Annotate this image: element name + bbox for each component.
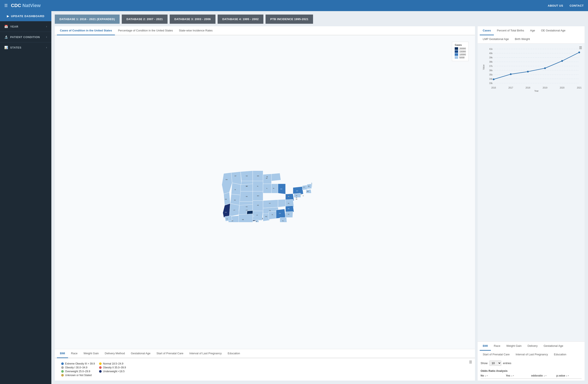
- tab-cases-us[interactable]: Cases of Condition in the United States: [57, 26, 115, 35]
- bmi-dot-extreme-obesity: [61, 363, 64, 365]
- bmi-legend-extreme-obesity: Extreme Obesity III > 39.9: [61, 362, 95, 365]
- state-label-ut: UT: [233, 209, 235, 211]
- svg-text:35k: 35k: [489, 74, 493, 76]
- state-label-co: CO: [246, 209, 248, 211]
- bmi-legend-underweight: Underweight <18.5: [99, 370, 133, 373]
- left-tab-bmi[interactable]: BMI: [57, 349, 68, 358]
- state-label-va: VA: [288, 202, 290, 204]
- map-legend: Cases 20000 15000 10000: [452, 42, 469, 61]
- state-wy: [240, 184, 253, 191]
- sidebar-item-year[interactable]: 📅 YEAR ‹: [0, 21, 51, 32]
- bmi-dot-normal: [99, 363, 102, 365]
- contact-link[interactable]: CONTACT: [570, 4, 584, 7]
- state-label-ks: KS: [246, 206, 248, 207]
- left-tab-gestational-age[interactable]: Gestational Age: [128, 349, 153, 358]
- legend-color-5000: [455, 56, 458, 59]
- sidebar-item-states[interactable]: 📊 STATES ‹: [0, 42, 51, 53]
- header-navigation: ABOUT US CONTACT: [548, 4, 584, 7]
- state-label-az: AZ: [231, 220, 233, 221]
- app-header: ☰ CDC NatView ABOUT US CONTACT: [0, 0, 588, 11]
- tab-statewise[interactable]: State-wise Incidence Rates: [176, 26, 216, 35]
- bmi-legend-overweight: Overweight 25.0–29.9: [61, 370, 95, 373]
- state-nm: [239, 214, 253, 222]
- sidebar-item-patient-condition[interactable]: 🔬 PATIENT CONDITION ‹: [0, 32, 51, 42]
- hamburger-menu-icon[interactable]: ☰: [4, 3, 8, 8]
- database-1-button[interactable]: DATABASE 1: 2016 - 2021 (EXPANDED): [55, 15, 120, 24]
- svg-text:33k: 33k: [489, 82, 493, 84]
- state-label-ma: MA: [307, 191, 309, 192]
- left-tab-weight-gain[interactable]: Weight Gain: [81, 349, 102, 358]
- app-container: ▶ UPDATE DASHBOARD 📅 YEAR ‹ 🔬 PATIENT CO…: [0, 11, 588, 384]
- database-3-button[interactable]: DATABASE 3: 2003 - 2006: [170, 15, 215, 24]
- state-in: [272, 184, 278, 193]
- bmi-chart-menu-icon[interactable]: ☰: [469, 360, 472, 364]
- right-bottom-tab-gestational-age[interactable]: Gestational Age: [541, 342, 566, 351]
- right-top-tabs: Cases Percent of Total Births Age OE Ges…: [478, 26, 585, 44]
- left-tab-race[interactable]: Race: [68, 349, 81, 358]
- app-logo: CDC NatView: [11, 3, 41, 8]
- state-label-nm: NM: [242, 219, 244, 220]
- right-tab-birth-weight[interactable]: Birth Weight: [512, 35, 533, 44]
- chevron-states-icon: ‹: [46, 46, 47, 49]
- about-us-link[interactable]: ABOUT US: [548, 4, 563, 7]
- svg-text:2018: 2018: [525, 87, 530, 89]
- right-panel: Cases Percent of Total Births Age OE Ges…: [478, 26, 585, 381]
- chart-menu-icon[interactable]: ☰: [579, 46, 582, 50]
- show-label: Show: [481, 362, 488, 365]
- database-2-button[interactable]: DATABASE 2: 2007 - 2021: [122, 15, 168, 24]
- state-ak: [225, 216, 232, 221]
- calendar-icon: 📅: [4, 25, 8, 28]
- chevron-year-icon: ‹: [46, 25, 47, 28]
- state-label-me: ME: [312, 183, 312, 184]
- sort-oddsratio-icon[interactable]: ▲▼: [544, 375, 547, 377]
- logo-cdc: CDC: [11, 3, 21, 8]
- right-tab-cases[interactable]: Cases: [480, 26, 494, 35]
- left-tab-education[interactable]: Education: [225, 349, 243, 358]
- state-id: [231, 183, 242, 195]
- right-bottom-tab-prenatal-care[interactable]: Start of Prenatal Care: [480, 350, 513, 359]
- right-tab-oe-gestational[interactable]: OE Gestational Age: [538, 26, 568, 35]
- bmi-legend-obesity2: Obesity II 35.0–39.9: [99, 366, 133, 369]
- content-panels-row: Cases of Condition in the United States …: [55, 26, 585, 381]
- left-tab-prenatal-care[interactable]: Start of Prenatal Care: [153, 349, 186, 358]
- ptb-incidence-button[interactable]: PTB INCIDENCE 1995-2021: [266, 15, 313, 24]
- sort-no-icon[interactable]: ▲▼: [485, 375, 488, 377]
- legend-item-5000: 5000: [455, 56, 466, 59]
- right-bottom-tab-race[interactable]: Race: [491, 342, 503, 351]
- right-bottom-tab-weight-gain[interactable]: Weight Gain: [503, 342, 525, 351]
- state-nj: [294, 193, 301, 197]
- right-tab-percent-total[interactable]: Percent of Total Births: [494, 26, 527, 35]
- legend-item-20000: 20000: [455, 47, 466, 50]
- left-tab-interval[interactable]: Interval of Last Pregnancy: [186, 349, 225, 358]
- state-label-hi: HI: [256, 221, 257, 222]
- state-label-mn: MN: [257, 175, 259, 176]
- svg-text:Value: Value: [483, 64, 485, 70]
- sort-yes-icon[interactable]: ▲▼: [511, 375, 514, 377]
- right-bottom-tabs: BMI Race Weight Gain Delivery Gestationa…: [478, 342, 585, 359]
- right-bottom-tab-bmi[interactable]: BMI: [480, 342, 491, 351]
- sort-pvalue-icon[interactable]: ▲▼: [566, 375, 569, 377]
- tab-percentage-us[interactable]: Percentage of Condition in the United St…: [115, 26, 176, 35]
- right-bottom-tab-interval[interactable]: Interval of Last Pregnancy: [513, 350, 551, 359]
- sidebar: ▶ UPDATE DASHBOARD 📅 YEAR ‹ 🔬 PATIENT CO…: [0, 11, 51, 384]
- state-label-la: LA: [256, 214, 258, 216]
- map-icon: 📊: [4, 46, 8, 49]
- main-content: DATABASE 1: 2016 - 2021 (EXPANDED) DATAB…: [51, 11, 588, 384]
- state-label-ms: MS: [265, 216, 267, 217]
- entries-select[interactable]: 5 10 25 50 100: [489, 361, 501, 366]
- right-tab-lmp-gestational[interactable]: LMP Gestational Age: [480, 35, 512, 44]
- update-dashboard-button[interactable]: ▶ UPDATE DASHBOARD: [0, 11, 51, 21]
- legend-title: Cases: [455, 44, 466, 46]
- left-panel: Cases of Condition in the United States …: [55, 26, 475, 381]
- state-nc: [285, 206, 294, 212]
- database-4-button[interactable]: DATABASE 4: 1995 - 2002: [218, 15, 263, 24]
- state-label-wy: WY: [246, 185, 248, 187]
- right-bottom-tab-education[interactable]: Education: [551, 350, 569, 359]
- right-bottom-tab-delivery[interactable]: Delivery: [525, 342, 541, 351]
- right-tab-age[interactable]: Age: [527, 26, 538, 35]
- left-tab-delivery-method[interactable]: Delivery Method: [102, 349, 128, 358]
- us-map-area: WA OR CA MT ID NV UT ND SD NE KS WY CO T…: [55, 35, 475, 349]
- bmi-legend-normal: Normal 18.5–24.9: [99, 362, 133, 365]
- state-wv: [278, 199, 286, 207]
- bmi-dot-underweight: [99, 370, 102, 373]
